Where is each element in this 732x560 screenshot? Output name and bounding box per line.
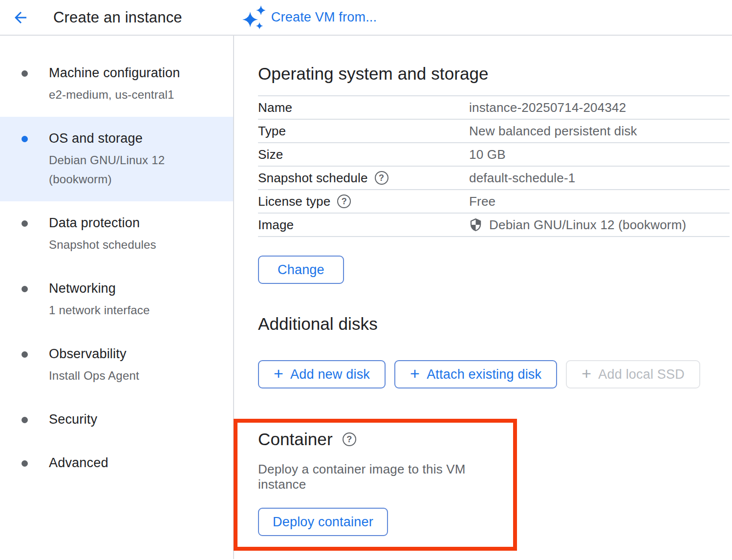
- step-indicator-dot: [22, 351, 28, 358]
- add-local-ssd-button: Add local SSD: [566, 360, 700, 388]
- row-label: Name: [258, 100, 469, 115]
- row-value: Debian GNU/Linux 12 (bookworm): [469, 217, 686, 233]
- sidebar-item-subtitle: 1 network interface: [49, 301, 150, 320]
- gemini-sparkle-icon: [242, 5, 265, 30]
- create-vm-from-button[interactable]: Create VM from...: [242, 5, 377, 30]
- container-description: Deploy a container image to this VM inst…: [258, 462, 513, 492]
- main-panel: Operating system and storage Name instan…: [234, 36, 732, 559]
- disk-buttons-row: Add new disk Attach existing disk Add lo…: [258, 360, 732, 388]
- sidebar-item-label: Machine configuration: [49, 64, 180, 82]
- button-label: Add new disk: [290, 367, 370, 382]
- back-button[interactable]: [11, 8, 30, 27]
- help-icon[interactable]: [343, 432, 356, 446]
- sidebar-item-advanced[interactable]: Advanced: [0, 441, 233, 485]
- sidebar-item-label: Data protection: [49, 214, 156, 232]
- row-label: Snapshot schedule: [258, 171, 469, 186]
- row-label: Size: [258, 147, 469, 162]
- help-icon[interactable]: [337, 194, 351, 208]
- sidebar-item-label: OS and storage: [49, 129, 195, 148]
- row-label: License type: [258, 194, 469, 209]
- plus-icon: [274, 365, 283, 382]
- step-indicator-dot: [22, 460, 28, 467]
- sidebar-item-networking[interactable]: Networking 1 network interface: [0, 267, 233, 332]
- row-label: Type: [258, 124, 469, 139]
- sidebar-item-observability[interactable]: Observability Install Ops Agent: [0, 332, 233, 398]
- page-header: Create an instance Create VM from...: [0, 0, 732, 36]
- page-title: Create an instance: [53, 9, 182, 26]
- table-row-size: Size 10 GB: [258, 142, 730, 166]
- change-button-label: Change: [278, 262, 324, 278]
- table-row-snapshot-schedule: Snapshot schedule default-schedule-1: [258, 166, 730, 189]
- sidebar-item-label: Networking: [49, 280, 150, 298]
- deploy-button-label: Deploy container: [273, 515, 373, 530]
- step-indicator-dot: [22, 286, 28, 292]
- steps-sidebar: Machine configuration e2-medium, us-cent…: [0, 36, 234, 559]
- arrow-back-icon: [12, 9, 29, 26]
- sidebar-item-subtitle: Snapshot schedules: [49, 235, 156, 254]
- change-button[interactable]: Change: [258, 256, 344, 284]
- container-heading: Container: [258, 430, 333, 449]
- help-icon[interactable]: [375, 171, 388, 185]
- add-new-disk-button[interactable]: Add new disk: [258, 360, 386, 388]
- container-section-highlight-box: Container Deploy a container image to th…: [234, 419, 517, 551]
- table-row-license-type: License type Free: [258, 189, 730, 213]
- table-row-type: Type New balanced persistent disk: [258, 119, 730, 142]
- sidebar-item-machine-configuration[interactable]: Machine configuration e2-medium, us-cent…: [0, 51, 233, 117]
- step-indicator-dot: [22, 70, 28, 77]
- sidebar-item-security[interactable]: Security: [0, 398, 233, 441]
- button-label: Add local SSD: [598, 367, 685, 382]
- plus-icon: [581, 365, 591, 382]
- os-and-storage-heading: Operating system and storage: [258, 64, 732, 84]
- sidebar-item-os-and-storage[interactable]: OS and storage Debian GNU/Linux 12 (book…: [0, 117, 233, 201]
- sidebar-item-subtitle: Debian GNU/Linux 12 (bookworm): [49, 151, 195, 189]
- sidebar-item-subtitle: Install Ops Agent: [49, 366, 139, 385]
- sidebar-item-label: Security: [49, 410, 97, 429]
- step-indicator-dot-active: [22, 136, 28, 142]
- table-row-name: Name instance-20250714-204342: [258, 95, 730, 119]
- deploy-container-button[interactable]: Deploy container: [258, 508, 388, 536]
- os-storage-summary-table: Name instance-20250714-204342 Type New b…: [258, 95, 730, 237]
- row-value: Free: [469, 194, 495, 209]
- image-value-text: Debian GNU/Linux 12 (bookworm): [489, 217, 686, 233]
- sidebar-item-label: Observability: [49, 345, 139, 363]
- sidebar-item-subtitle: e2-medium, us-central1: [49, 85, 180, 104]
- row-label: Image: [258, 217, 469, 233]
- row-value: default-schedule-1: [469, 171, 576, 186]
- plus-icon: [410, 365, 420, 382]
- button-label: Attach existing disk: [427, 367, 541, 382]
- step-indicator-dot: [22, 417, 28, 423]
- os-shield-icon: [469, 218, 482, 232]
- row-label-text: License type: [258, 194, 330, 209]
- sidebar-item-label: Advanced: [49, 454, 108, 472]
- row-value: instance-20250714-204342: [469, 100, 626, 115]
- create-vm-from-label: Create VM from...: [271, 10, 377, 25]
- sidebar-item-data-protection[interactable]: Data protection Snapshot schedules: [0, 201, 233, 267]
- row-value: 10 GB: [469, 147, 506, 162]
- row-value: New balanced persistent disk: [469, 124, 637, 139]
- step-indicator-dot: [22, 220, 28, 227]
- row-label-text: Snapshot schedule: [258, 171, 368, 186]
- additional-disks-heading: Additional disks: [258, 314, 732, 334]
- table-row-image: Image: [258, 213, 730, 236]
- attach-existing-disk-button[interactable]: Attach existing disk: [394, 360, 557, 388]
